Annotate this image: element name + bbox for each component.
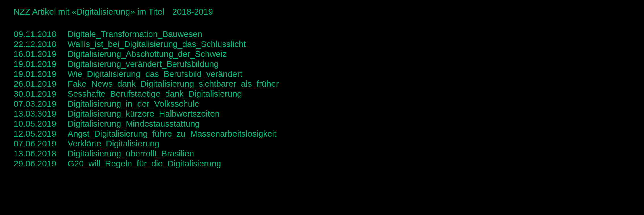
- article-date: 19.01.2019: [14, 69, 68, 78]
- title-range: 2018-2019: [172, 7, 213, 16]
- list-item: 12.05.2019 Angst_Digitalisierung_führe_z…: [14, 129, 630, 138]
- article-title: Digitalisierung_verändert_Berufsbildung: [68, 59, 630, 69]
- article-date: 07.06.2019: [14, 139, 68, 148]
- article-date: 19.01.2019: [14, 59, 68, 69]
- article-date: 30.01.2019: [14, 89, 68, 98]
- article-date: 10.05.2019: [14, 119, 68, 128]
- article-title: Digitalisierung_in_der_Volksschule: [68, 99, 630, 108]
- article-date: 13.06.2018: [14, 149, 68, 158]
- list-item: 29.06.2019 G20_will_Regeln_für_die_Digit…: [14, 159, 630, 168]
- article-title: Angst_Digitalisierung_führe_zu_Massenarb…: [68, 129, 630, 138]
- list-item: 13.03.3019 Digitalisierung_kürzere_Halbw…: [14, 109, 630, 118]
- article-date: 07.03.2019: [14, 99, 68, 108]
- article-date: 22.12.2018: [14, 39, 68, 49]
- article-title: Digitalisierung_Mindestausstattung: [68, 119, 630, 128]
- article-title: Sesshafte_Berufstaetige_dank_Digitalisie…: [68, 89, 630, 98]
- page-title: NZZ Artikel mit «Digitalisierung» im Tit…: [14, 7, 630, 16]
- article-date: 12.05.2019: [14, 129, 68, 138]
- article-date: 26.01.2019: [14, 79, 68, 88]
- article-title: Wie_Digitalisierung_das_Berufsbild_verän…: [68, 69, 630, 78]
- article-title: Fake_News_dank_Digitalisierung_sichtbare…: [68, 79, 630, 88]
- article-title: Digitalisierung_überrollt_Brasilien: [68, 149, 630, 158]
- list-item: 07.06.2019 Verklärte_Digitalisierung: [14, 139, 630, 148]
- article-title: Verklärte_Digitalisierung: [68, 139, 630, 148]
- list-item: 13.06.2018 Digitalisierung_überrollt_Bra…: [14, 149, 630, 158]
- article-date: 29.06.2019: [14, 159, 68, 168]
- article-title: Digitalisierung_Abschottung_der_Schweiz: [68, 49, 630, 59]
- list-item: 30.01.2019 Sesshafte_Berufstaetige_dank_…: [14, 89, 630, 98]
- article-title: Digitalisierung_kürzere_Halbwertszeiten: [68, 109, 630, 118]
- list-item: 07.03.2019 Digitalisierung_in_der_Volkss…: [14, 99, 630, 108]
- title-main: NZZ Artikel mit «Digitalisierung» im Tit…: [14, 7, 164, 16]
- list-item: 09.11.2018 Digitale_Transformation_Bauwe…: [14, 29, 630, 39]
- list-item: 22.12.2018 Wallis_ist_bei_Digitalisierun…: [14, 39, 630, 49]
- list-item: 19.01.2019 Wie_Digitalisierung_das_Beruf…: [14, 69, 630, 78]
- article-title: G20_will_Regeln_für_die_Digitalisierung: [68, 159, 630, 168]
- list-item: 26.01.2019 Fake_News_dank_Digitalisierun…: [14, 79, 630, 88]
- article-title: Digitale_Transformation_Bauwesen: [68, 29, 630, 39]
- list-item: 19.01.2019 Digitalisierung_verändert_Ber…: [14, 59, 630, 69]
- article-list: 09.11.2018 Digitale_Transformation_Bauwe…: [14, 29, 630, 168]
- article-date: 13.03.3019: [14, 109, 68, 118]
- article-date: 09.11.2018: [14, 29, 68, 39]
- list-item: 10.05.2019 Digitalisierung_Mindestaussta…: [14, 119, 630, 128]
- list-item: 16.01.2019 Digitalisierung_Abschottung_d…: [14, 49, 630, 59]
- article-title: Wallis_ist_bei_Digitalisierung_das_Schlu…: [68, 39, 630, 49]
- article-date: 16.01.2019: [14, 49, 68, 59]
